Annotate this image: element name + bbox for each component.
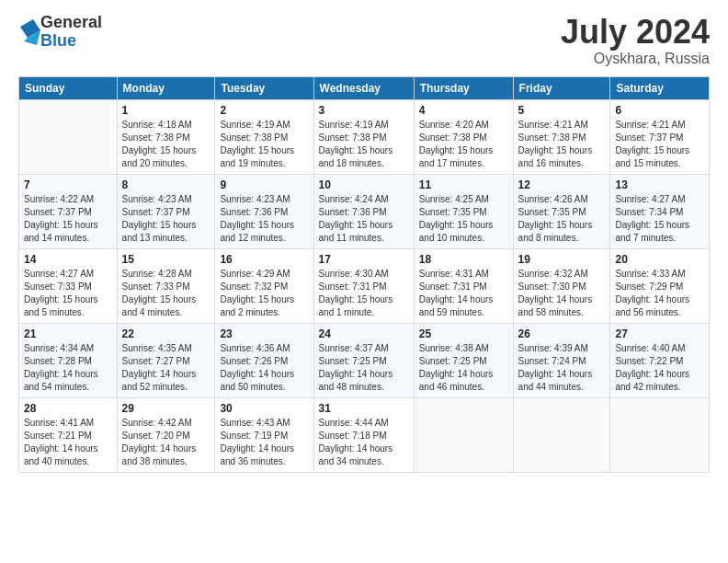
day-info: Sunrise: 4:19 AM Sunset: 7:38 PM Dayligh… — [319, 119, 409, 170]
calendar-cell — [513, 397, 610, 472]
day-info: Sunrise: 4:31 AM Sunset: 7:31 PM Dayligh… — [419, 268, 508, 319]
calendar-cell: 7Sunrise: 4:22 AM Sunset: 7:37 PM Daylig… — [19, 174, 118, 248]
day-number: 24 — [319, 327, 409, 340]
calendar-cell — [19, 99, 118, 174]
day-number: 3 — [319, 104, 409, 117]
day-number: 7 — [24, 178, 112, 191]
calendar-cell: 21Sunrise: 4:34 AM Sunset: 7:28 PM Dayli… — [19, 323, 118, 397]
day-info: Sunrise: 4:41 AM Sunset: 7:21 PM Dayligh… — [24, 417, 112, 468]
calendar-cell: 17Sunrise: 4:30 AM Sunset: 7:31 PM Dayli… — [313, 248, 414, 323]
calendar-cell: 14Sunrise: 4:27 AM Sunset: 7:33 PM Dayli… — [19, 248, 118, 323]
day-number: 9 — [220, 178, 308, 191]
calendar-cell: 25Sunrise: 4:38 AM Sunset: 7:25 PM Dayli… — [414, 323, 513, 397]
day-number: 27 — [615, 327, 704, 340]
day-info: Sunrise: 4:21 AM Sunset: 7:38 PM Dayligh… — [518, 119, 606, 170]
day-info: Sunrise: 4:43 AM Sunset: 7:19 PM Dayligh… — [220, 417, 308, 468]
calendar-cell: 6Sunrise: 4:21 AM Sunset: 7:37 PM Daylig… — [610, 99, 710, 174]
logo-icon — [20, 19, 40, 45]
day-number: 21 — [24, 327, 112, 340]
day-info: Sunrise: 4:21 AM Sunset: 7:37 PM Dayligh… — [615, 119, 704, 170]
day-number: 6 — [615, 104, 704, 117]
day-number: 18 — [419, 253, 508, 266]
day-number: 12 — [518, 178, 606, 191]
calendar-week-1: 1Sunrise: 4:18 AM Sunset: 7:38 PM Daylig… — [19, 99, 710, 174]
day-info: Sunrise: 4:20 AM Sunset: 7:38 PM Dayligh… — [419, 119, 508, 170]
day-info: Sunrise: 4:33 AM Sunset: 7:29 PM Dayligh… — [615, 268, 704, 319]
calendar-cell: 3Sunrise: 4:19 AM Sunset: 7:38 PM Daylig… — [313, 99, 414, 174]
calendar-cell: 15Sunrise: 4:28 AM Sunset: 7:33 PM Dayli… — [117, 248, 215, 323]
day-number: 13 — [615, 178, 704, 191]
calendar-cell: 13Sunrise: 4:27 AM Sunset: 7:34 PM Dayli… — [610, 174, 710, 248]
day-number: 5 — [518, 104, 606, 117]
logo-text: General Blue — [40, 14, 102, 51]
day-info: Sunrise: 4:35 AM Sunset: 7:27 PM Dayligh… — [122, 342, 210, 394]
logo-general: General — [40, 14, 102, 32]
day-info: Sunrise: 4:23 AM Sunset: 7:37 PM Dayligh… — [122, 193, 210, 245]
calendar-cell: 29Sunrise: 4:42 AM Sunset: 7:20 PM Dayli… — [117, 397, 215, 472]
calendar-cell: 1Sunrise: 4:18 AM Sunset: 7:38 PM Daylig… — [117, 99, 215, 174]
day-info: Sunrise: 4:24 AM Sunset: 7:36 PM Dayligh… — [319, 193, 409, 245]
day-info: Sunrise: 4:29 AM Sunset: 7:32 PM Dayligh… — [220, 268, 308, 319]
day-info: Sunrise: 4:30 AM Sunset: 7:31 PM Dayligh… — [319, 268, 409, 319]
calendar-cell: 30Sunrise: 4:43 AM Sunset: 7:19 PM Dayli… — [215, 397, 313, 472]
calendar-week-3: 14Sunrise: 4:27 AM Sunset: 7:33 PM Dayli… — [19, 248, 710, 323]
calendar-cell: 9Sunrise: 4:23 AM Sunset: 7:36 PM Daylig… — [215, 174, 313, 248]
day-number: 4 — [419, 104, 508, 117]
calendar-cell: 16Sunrise: 4:29 AM Sunset: 7:32 PM Dayli… — [215, 248, 313, 323]
month-title: July 2024 — [561, 14, 710, 51]
day-info: Sunrise: 4:18 AM Sunset: 7:38 PM Dayligh… — [122, 119, 210, 170]
header-tuesday: Tuesday — [215, 76, 313, 99]
calendar-cell: 24Sunrise: 4:37 AM Sunset: 7:25 PM Dayli… — [313, 323, 414, 397]
calendar-cell: 12Sunrise: 4:26 AM Sunset: 7:35 PM Dayli… — [513, 174, 610, 248]
day-number: 22 — [122, 327, 210, 340]
day-number: 2 — [220, 104, 308, 117]
title-area: July 2024 Oyskhara, Russia — [561, 14, 710, 67]
day-info: Sunrise: 4:36 AM Sunset: 7:26 PM Dayligh… — [220, 342, 308, 394]
day-number: 16 — [220, 253, 308, 266]
calendar: Sunday Monday Tuesday Wednesday Thursday… — [18, 76, 710, 473]
calendar-cell — [610, 397, 710, 472]
day-info: Sunrise: 4:44 AM Sunset: 7:18 PM Dayligh… — [319, 417, 409, 468]
day-info: Sunrise: 4:27 AM Sunset: 7:33 PM Dayligh… — [24, 268, 112, 319]
calendar-cell: 23Sunrise: 4:36 AM Sunset: 7:26 PM Dayli… — [215, 323, 313, 397]
calendar-cell: 8Sunrise: 4:23 AM Sunset: 7:37 PM Daylig… — [117, 174, 215, 248]
day-number: 29 — [122, 402, 210, 415]
day-number: 26 — [518, 327, 606, 340]
header: General Blue July 2024 Oyskhara, Russia — [18, 14, 710, 67]
day-number: 10 — [319, 178, 409, 191]
day-info: Sunrise: 4:25 AM Sunset: 7:35 PM Dayligh… — [419, 193, 508, 245]
calendar-cell: 22Sunrise: 4:35 AM Sunset: 7:27 PM Dayli… — [117, 323, 215, 397]
day-number: 30 — [220, 402, 308, 415]
day-number: 11 — [419, 178, 508, 191]
header-friday: Friday — [513, 76, 610, 99]
day-number: 8 — [122, 178, 210, 191]
calendar-week-2: 7Sunrise: 4:22 AM Sunset: 7:37 PM Daylig… — [19, 174, 710, 248]
day-number: 28 — [24, 402, 112, 415]
calendar-cell: 5Sunrise: 4:21 AM Sunset: 7:38 PM Daylig… — [513, 99, 610, 174]
day-number: 17 — [319, 253, 409, 266]
day-info: Sunrise: 4:42 AM Sunset: 7:20 PM Dayligh… — [122, 417, 210, 468]
calendar-cell: 26Sunrise: 4:39 AM Sunset: 7:24 PM Dayli… — [513, 323, 610, 397]
header-wednesday: Wednesday — [313, 76, 414, 99]
day-info: Sunrise: 4:38 AM Sunset: 7:25 PM Dayligh… — [419, 342, 508, 394]
day-number: 25 — [419, 327, 508, 340]
calendar-cell — [414, 397, 513, 472]
day-number: 15 — [122, 253, 210, 266]
day-number: 19 — [518, 253, 606, 266]
day-number: 23 — [220, 327, 308, 340]
subtitle: Oyskhara, Russia — [561, 51, 710, 67]
calendar-cell: 4Sunrise: 4:20 AM Sunset: 7:38 PM Daylig… — [414, 99, 513, 174]
day-info: Sunrise: 4:34 AM Sunset: 7:28 PM Dayligh… — [24, 342, 112, 394]
day-number: 14 — [24, 253, 112, 266]
day-info: Sunrise: 4:39 AM Sunset: 7:24 PM Dayligh… — [518, 342, 606, 394]
day-info: Sunrise: 4:28 AM Sunset: 7:33 PM Dayligh… — [122, 268, 210, 319]
day-info: Sunrise: 4:23 AM Sunset: 7:36 PM Dayligh… — [220, 193, 308, 245]
logo: General Blue — [18, 14, 102, 51]
calendar-week-4: 21Sunrise: 4:34 AM Sunset: 7:28 PM Dayli… — [19, 323, 710, 397]
header-monday: Monday — [117, 76, 215, 99]
calendar-week-5: 28Sunrise: 4:41 AM Sunset: 7:21 PM Dayli… — [19, 397, 710, 472]
calendar-cell: 27Sunrise: 4:40 AM Sunset: 7:22 PM Dayli… — [610, 323, 710, 397]
day-number: 20 — [615, 253, 704, 266]
calendar-cell: 19Sunrise: 4:32 AM Sunset: 7:30 PM Dayli… — [513, 248, 610, 323]
day-info: Sunrise: 4:26 AM Sunset: 7:35 PM Dayligh… — [518, 193, 606, 245]
